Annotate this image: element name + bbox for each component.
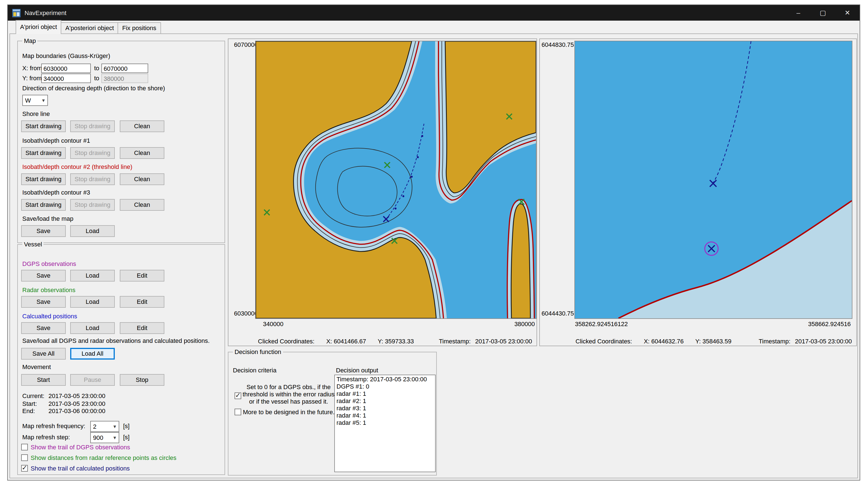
show-radar-circles-label: Show distances from radar reference poin… — [31, 454, 176, 461]
vessel-groupbox: Vessel DGPS observations Save Load Edit … — [17, 244, 225, 475]
zoom-map-status: Clicked Coordinates: X: 6044632.76 Y: 35… — [576, 338, 742, 344]
zoom-map-axis-left: 358262.924516122 — [575, 320, 628, 327]
map-saveload-heading: Save/load the map — [22, 215, 73, 222]
contour3-start-drawing-button[interactable]: Start drawing — [21, 199, 66, 211]
x-to-label: to — [94, 65, 99, 72]
decision-criterion2-checkbox[interactable] — [235, 409, 241, 415]
shore-line-heading: Shore line — [22, 110, 50, 117]
direction-select[interactable]: W ▼ — [22, 95, 48, 106]
x-from-input[interactable] — [41, 63, 91, 73]
direction-heading: Direction of decreasing depth (direction… — [22, 85, 165, 91]
radar-edit-button[interactable]: Edit — [120, 296, 164, 308]
refresh-step-value: 900 — [91, 434, 111, 441]
decision-groupbox: Decision function Decision criteria Set … — [228, 352, 437, 476]
main-map-axis-right: 380000 — [515, 320, 535, 327]
x-from-label: X: from — [22, 65, 42, 72]
contour1-start-drawing-button[interactable]: Start drawing — [21, 147, 66, 159]
clicked-coordinates-label: Clicked Coordinates: — [258, 338, 314, 344]
refresh-frequency-select[interactable]: 2 ▼ — [90, 421, 119, 432]
output-line: radar #2: 1 — [337, 397, 433, 405]
y-to-label: to — [94, 75, 99, 81]
tab-bar: A'priori object A'posteriori object Fix … — [16, 21, 160, 34]
refresh-step-unit: [s] — [123, 434, 129, 440]
decision-criterion2-label: More to be designed in the future. — [243, 409, 335, 415]
zoom-map-timestamp: Timestamp: 2017-03-05 23:00:00 — [756, 338, 852, 344]
contour2-start-drawing-button[interactable]: Start drawing — [21, 173, 66, 185]
end-time-value: 2017-03-06 00:00:00 — [49, 407, 105, 414]
show-radar-circles-checkbox[interactable] — [21, 454, 28, 461]
main-map-axis-bottom: 6030000 — [234, 310, 258, 317]
minimize-button[interactable]: – — [786, 5, 811, 21]
main-map-timestamp: Timestamp: 2017-03-05 23:00:00 — [436, 338, 532, 344]
contour1-clean-button[interactable]: Clean — [120, 147, 164, 159]
map-boundaries-heading: Map boundaries (Gauss-Krüger) — [22, 52, 110, 59]
timestamp-label: Timestamp: — [439, 338, 470, 344]
output-line: Timestamp: 2017-03-05 23:00:00 — [337, 376, 433, 383]
output-line: radar #3: 1 — [337, 405, 433, 412]
close-button[interactable]: ✕ — [835, 5, 860, 21]
movement-pause-button: Pause — [70, 374, 115, 386]
output-line: radar #5: 1 — [337, 419, 433, 426]
output-line: radar #1: 1 — [337, 390, 433, 397]
dgps-save-button[interactable]: Save — [21, 270, 66, 282]
decision-group-title: Decision function — [233, 348, 283, 355]
app-window: NavExperiment – ▢ ✕ A'priori object A'po… — [7, 4, 860, 481]
load-all-button[interactable]: Load All — [70, 348, 115, 360]
tab-aposteriori-object[interactable]: A'posteriori object — [61, 22, 118, 34]
calc-edit-button[interactable]: Edit — [120, 322, 164, 334]
tab-fix-positions[interactable]: Fix positions — [118, 22, 161, 34]
chevron-down-icon: ▼ — [111, 435, 119, 440]
tab-apriori-object[interactable]: A'priori object — [16, 20, 62, 34]
shore-start-drawing-button[interactable]: Start drawing — [21, 120, 66, 132]
contour1-stop-drawing-button: Stop drawing — [70, 147, 115, 159]
refresh-step-select[interactable]: 900 ▼ — [90, 432, 119, 443]
calculated-positions-heading: Calcualted positions — [22, 313, 77, 319]
clicked-y-value: Y: 358463.59 — [695, 338, 732, 344]
dgps-edit-button[interactable]: Edit — [120, 270, 164, 282]
decision-output-listbox[interactable]: Timestamp: 2017-03-05 23:00:00 DGPS #1: … — [334, 375, 436, 472]
decision-output-heading: Decision output — [336, 367, 378, 373]
show-calc-trail-checkbox[interactable] — [21, 465, 28, 472]
show-dgps-trail-checkbox[interactable] — [21, 444, 28, 451]
timestamp-value: 2017-03-05 23:00:00 — [475, 338, 532, 344]
x-to-input[interactable] — [101, 63, 148, 73]
end-time-label: End: — [22, 407, 35, 414]
main-map-axis-left: 340000 — [263, 320, 283, 327]
movement-start-button[interactable]: Start — [21, 374, 66, 386]
refresh-frequency-value: 2 — [91, 423, 111, 430]
movement-stop-button[interactable]: Stop — [120, 374, 164, 386]
radar-save-button[interactable]: Save — [21, 296, 66, 308]
title-bar: NavExperiment – ▢ ✕ — [8, 5, 860, 21]
timestamp-label: Timestamp: — [758, 338, 790, 344]
y-from-input[interactable] — [41, 74, 91, 83]
zoom-map-axis-right: 358662.924516 — [808, 320, 851, 327]
current-time-value: 2017-03-05 23:00:00 — [49, 393, 105, 399]
saveload-all-heading: Save/load all DGPS and radar observation… — [22, 337, 210, 344]
dgps-load-button[interactable]: Load — [70, 270, 115, 282]
chevron-down-icon: ▼ — [39, 98, 48, 103]
show-dgps-trail-label: Show the trail of DGPS observations — [31, 444, 130, 451]
current-time-label: Current: — [22, 393, 44, 399]
decision-criteria-heading: Decision criteria — [233, 367, 277, 373]
output-line: DGPS #1: 0 — [337, 383, 433, 390]
map-save-button[interactable]: Save — [21, 225, 66, 237]
contour2-heading: Isobath/depth contour #2 (threshold line… — [22, 163, 132, 170]
contour3-clean-button[interactable]: Clean — [120, 199, 164, 211]
window-title: NavExperiment — [25, 9, 786, 16]
zoom-map-canvas[interactable] — [575, 41, 852, 318]
save-all-button[interactable]: Save All — [21, 348, 66, 360]
radar-load-button[interactable]: Load — [70, 296, 115, 308]
shore-clean-button[interactable]: Clean — [120, 120, 164, 132]
main-map-canvas[interactable] — [256, 41, 536, 318]
contour2-clean-button[interactable]: Clean — [120, 173, 164, 185]
maximize-button[interactable]: ▢ — [811, 5, 835, 21]
decision-criterion1-checkbox[interactable] — [235, 393, 241, 399]
map-load-button[interactable]: Load — [70, 225, 115, 237]
calc-load-button[interactable]: Load — [70, 322, 115, 334]
clicked-x-value: X: 6041466.67 — [326, 338, 366, 344]
app-icon — [12, 9, 21, 17]
start-time-value: 2017-03-05 23:00:00 — [49, 400, 105, 407]
calc-save-button[interactable]: Save — [21, 322, 66, 334]
direction-value: W — [23, 97, 39, 104]
map-group-title: Map — [22, 37, 38, 44]
